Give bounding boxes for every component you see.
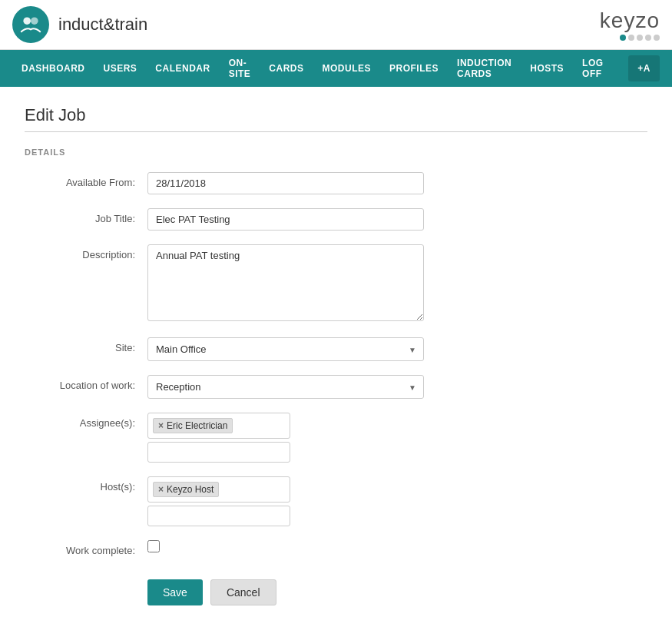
title-divider	[25, 131, 647, 132]
hosts-row: Host(s): × Keyzo Host	[25, 476, 647, 526]
button-row: Save Cancel	[25, 579, 647, 605]
available-from-row: Available From:	[25, 172, 647, 194]
svg-point-0	[23, 17, 31, 25]
assignee-tag-label: Eric Electrician	[167, 420, 227, 431]
keyzo-text: keyzo	[600, 8, 660, 33]
header: induct&train keyzo	[0, 0, 672, 50]
job-title-label: Job Title:	[25, 208, 147, 224]
assignees-control: × Eric Electrician	[147, 413, 290, 463]
top-nav-right: LOG OFF +A	[573, 50, 660, 87]
work-complete-label: Work complete:	[25, 540, 147, 556]
header-left: induct&train	[12, 6, 147, 43]
host-tag: × Keyzo Host	[153, 482, 219, 497]
assignees-label: Assignee(s):	[25, 413, 147, 429]
top-nav-left: DASHBOARD USERS CALENDAR ON-SITE CARDS M…	[12, 50, 573, 87]
site-select-wrapper: Main Office Branch Office	[147, 337, 424, 361]
save-button[interactable]: Save	[147, 579, 203, 605]
section-label: DETAILS	[25, 148, 647, 157]
hosts-label: Host(s):	[25, 476, 147, 493]
assignees-tags-area: × Eric Electrician	[147, 413, 290, 439]
description-label: Description:	[25, 244, 147, 260]
location-select[interactable]: Reception Main Hall Meeting Room	[147, 375, 424, 399]
assignee-tag-remove[interactable]: ×	[158, 420, 164, 431]
job-title-control	[147, 208, 424, 231]
site-label: Site:	[25, 337, 147, 353]
assignee-input[interactable]	[147, 442, 290, 463]
work-complete-row: Work complete:	[25, 540, 647, 556]
keyzo-dots	[600, 35, 660, 41]
available-from-control	[147, 172, 424, 194]
keyzo-logo: keyzo	[600, 8, 660, 41]
add-button[interactable]: +A	[628, 55, 660, 81]
host-tag-label: Keyzo Host	[167, 484, 214, 495]
nav-induction-cards[interactable]: INDUCTION CARDS	[448, 50, 521, 87]
nav-onsite[interactable]: ON-SITE	[220, 50, 260, 87]
available-from-label: Available From:	[25, 172, 147, 188]
brand-name: induct&train	[58, 15, 147, 35]
cancel-button[interactable]: Cancel	[210, 579, 276, 605]
location-row: Location of work: Reception Main Hall Me…	[25, 375, 647, 399]
nav-cards[interactable]: CARDS	[260, 55, 313, 81]
description-textarea[interactable]: Annual PAT testing	[147, 244, 424, 321]
work-complete-control	[147, 540, 160, 552]
description-control: Annual PAT testing	[147, 244, 424, 323]
nav-profiles[interactable]: PROFILES	[380, 55, 448, 81]
nav-users[interactable]: USERS	[94, 55, 147, 81]
page-title: Edit Job	[25, 105, 647, 125]
top-nav: DASHBOARD USERS CALENDAR ON-SITE CARDS M…	[0, 50, 672, 87]
nav-hosts[interactable]: HOSTS	[521, 55, 573, 81]
host-input[interactable]	[147, 506, 290, 526]
hosts-tags-area: × Keyzo Host	[147, 476, 290, 503]
job-title-input[interactable]	[147, 208, 424, 231]
site-select[interactable]: Main Office Branch Office	[147, 337, 424, 361]
assignee-tag: × Eric Electrician	[153, 418, 233, 433]
description-row: Description: Annual PAT testing	[25, 244, 647, 323]
site-row: Site: Main Office Branch Office	[25, 337, 647, 361]
main-content: Edit Job DETAILS Available From: Job Tit…	[0, 87, 672, 617]
location-label: Location of work:	[25, 375, 147, 391]
job-title-row: Job Title:	[25, 208, 647, 231]
nav-dashboard[interactable]: DASHBOARD	[12, 55, 94, 81]
hosts-control: × Keyzo Host	[147, 476, 290, 526]
nav-modules[interactable]: MODULES	[313, 55, 381, 81]
host-tag-remove[interactable]: ×	[158, 484, 164, 495]
logo-icon	[12, 6, 49, 43]
available-from-input[interactable]	[147, 172, 424, 194]
svg-point-1	[31, 17, 38, 25]
location-select-wrapper: Reception Main Hall Meeting Room	[147, 375, 424, 399]
work-complete-checkbox[interactable]	[147, 540, 160, 552]
nav-calendar[interactable]: CALENDAR	[146, 55, 219, 81]
assignees-row: Assignee(s): × Eric Electrician	[25, 413, 647, 463]
log-off-link[interactable]: LOG OFF	[573, 50, 622, 87]
